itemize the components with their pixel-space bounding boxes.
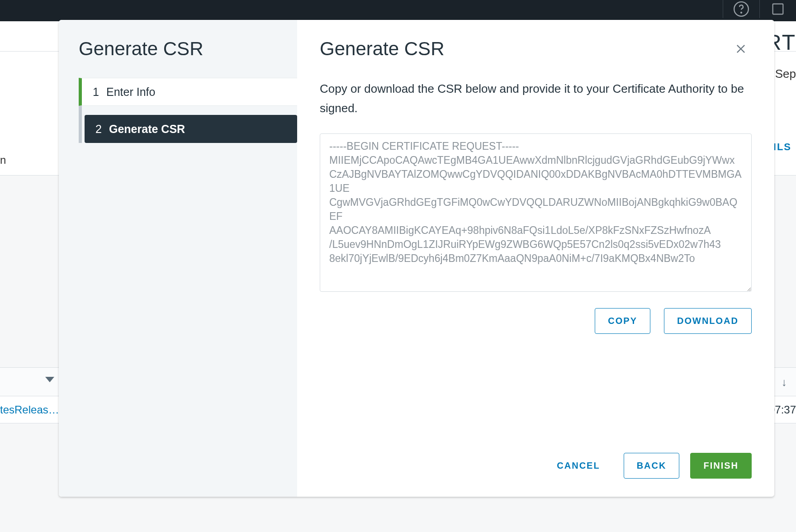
close-button[interactable]: [730, 38, 752, 61]
app-topbar: [0, 0, 796, 21]
download-button[interactable]: DOWNLOAD: [664, 308, 752, 334]
row-link-fragment[interactable]: tesReleas…: [0, 404, 59, 416]
wizard-step-enter-info[interactable]: 1 Enter Info: [79, 78, 297, 106]
dialog-main: Generate CSR Copy or download the CSR be…: [297, 20, 774, 497]
step-label: Enter Info: [106, 86, 155, 99]
finish-button[interactable]: FINISH: [690, 453, 752, 479]
dialog-title: Generate CSR: [320, 38, 444, 60]
user-icon[interactable]: [760, 0, 796, 18]
close-icon: [734, 43, 747, 55]
csr-actions: COPY DOWNLOAD: [320, 308, 752, 334]
filter-icon[interactable]: [45, 377, 54, 382]
step-number: 2: [95, 123, 109, 136]
generate-csr-dialog: Generate CSR 1 Enter Info 2 Generate CSR…: [59, 20, 774, 497]
csr-output[interactable]: [320, 133, 752, 292]
wizard-steps: 1 Enter Info 2 Generate CSR: [79, 78, 297, 143]
bg-sidebar-fragment: n: [0, 154, 6, 166]
step-number: 1: [93, 86, 106, 99]
back-button[interactable]: BACK: [624, 453, 680, 479]
step-label: Generate CSR: [109, 123, 185, 136]
wizard-sidebar: Generate CSR 1 Enter Info 2 Generate CSR: [59, 20, 297, 497]
instruction-text: Copy or download the CSR below and provi…: [320, 79, 752, 118]
dialog-footer: CANCEL BACK FINISH: [320, 435, 752, 479]
sort-descending-icon[interactable]: ↓: [782, 376, 787, 389]
svg-rect-2: [773, 4, 783, 14]
svg-point-1: [741, 12, 742, 13]
cancel-button[interactable]: CANCEL: [544, 453, 612, 478]
wizard-title: Generate CSR: [59, 38, 297, 78]
copy-button[interactable]: COPY: [595, 308, 650, 334]
wizard-step-generate-csr[interactable]: 2 Generate CSR: [85, 115, 297, 143]
help-icon[interactable]: [723, 0, 759, 18]
